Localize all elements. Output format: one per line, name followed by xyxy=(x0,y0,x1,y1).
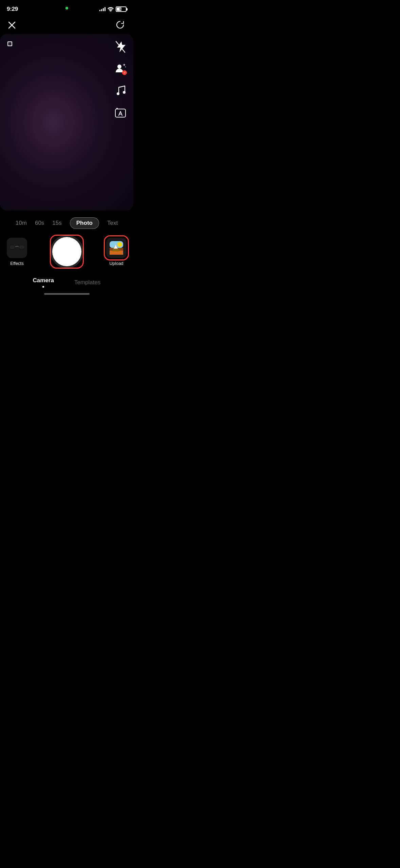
camera-top-left xyxy=(5,39,20,54)
svg-rect-10 xyxy=(115,109,126,117)
close-button[interactable] xyxy=(7,20,17,30)
effects-label: Effects xyxy=(10,261,24,266)
mode-text[interactable]: Text xyxy=(107,220,118,227)
mode-60s[interactable]: 60s xyxy=(35,220,44,227)
text-ai-icon xyxy=(114,106,127,118)
svg-point-0 xyxy=(110,11,111,12)
home-bar xyxy=(44,293,90,295)
close-icon xyxy=(8,21,16,29)
green-dot xyxy=(65,7,68,10)
svg-rect-4 xyxy=(8,42,12,46)
camera-viewfinder: ✓ xyxy=(0,34,133,211)
mode-photo[interactable]: Photo xyxy=(70,217,99,229)
landscape-icon xyxy=(109,240,124,255)
svg-rect-12 xyxy=(9,245,15,249)
music-icon xyxy=(115,85,126,96)
effects-icon xyxy=(7,238,27,258)
tab-bar: Camera Templates xyxy=(0,272,133,290)
templates-tab[interactable]: Templates xyxy=(74,279,100,286)
mode-15s[interactable]: 15s xyxy=(52,220,61,227)
flash-button[interactable] xyxy=(113,39,128,54)
upload-icon[interactable] xyxy=(106,238,127,258)
upload-wrapper: Upload xyxy=(106,238,127,266)
svg-point-7 xyxy=(117,92,119,95)
camera-tab-label: Camera xyxy=(33,277,54,284)
camera-tab[interactable]: Camera xyxy=(33,277,54,288)
check-badge: ✓ xyxy=(122,70,127,75)
grid-button[interactable] xyxy=(5,39,20,54)
battery-icon: 50 xyxy=(116,6,127,12)
top-action-bar xyxy=(0,16,133,34)
upload-icon-container xyxy=(106,238,127,258)
svg-point-19 xyxy=(117,242,122,247)
upload-label: Upload xyxy=(109,261,123,266)
mode-10m[interactable]: 10m xyxy=(16,220,27,227)
svg-point-8 xyxy=(123,91,126,94)
sunglasses-icon xyxy=(9,243,25,253)
svg-point-6 xyxy=(117,65,121,69)
music-button[interactable] xyxy=(113,83,128,98)
mode-selector: 10m 60s 15s Photo Text xyxy=(0,211,133,234)
text-ai-button[interactable] xyxy=(113,105,128,120)
battery-level: 50 xyxy=(119,7,123,11)
shutter-wrapper xyxy=(52,237,81,266)
home-indicator xyxy=(0,290,133,297)
avatar-icon: ✓ xyxy=(115,63,126,74)
flash-icon xyxy=(115,41,126,53)
grid-icon xyxy=(7,41,19,53)
tab-active-indicator xyxy=(42,286,44,288)
bottom-controls: Effects xyxy=(0,234,133,272)
wifi-icon xyxy=(108,7,114,12)
svg-rect-14 xyxy=(19,245,24,249)
signal-icon xyxy=(99,7,106,11)
status-time: 9:29 xyxy=(7,6,18,13)
avatar-button[interactable]: ✓ xyxy=(113,61,128,76)
templates-tab-label: Templates xyxy=(74,279,100,286)
camera-right-controls: ✓ xyxy=(113,39,128,120)
refresh-icon xyxy=(115,20,125,30)
status-bar: 9:29 50 xyxy=(0,0,133,16)
effects-button[interactable]: Effects xyxy=(7,238,27,266)
refresh-button[interactable] xyxy=(114,19,127,32)
status-right-icons: 50 xyxy=(99,6,127,12)
shutter-button[interactable] xyxy=(52,237,81,266)
